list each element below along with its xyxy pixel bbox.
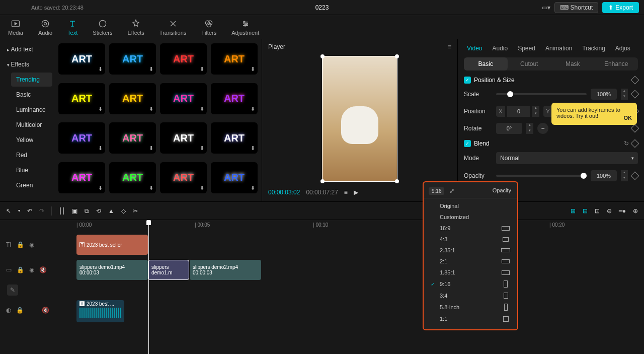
tab-more[interactable]: »: [637, 43, 638, 54]
pos-x-value[interactable]: 0: [507, 106, 530, 117]
download-icon[interactable]: ⬇: [200, 106, 204, 112]
track-head-video[interactable]: ▭🔒◉🔇: [0, 257, 55, 282]
split-tool[interactable]: ⎮⎮: [59, 207, 65, 215]
copy-tool[interactable]: ⧉: [85, 207, 89, 215]
pos-size-toggle[interactable]: ✓: [464, 77, 471, 84]
sidebar-red[interactable]: Red: [11, 148, 52, 162]
pos-x-stepper[interactable]: ▴▾: [532, 106, 539, 117]
nav-filters[interactable]: Filters: [198, 17, 219, 38]
blend-mode-select[interactable]: Normal▾: [496, 152, 638, 164]
zoom-out[interactable]: ⊖: [607, 207, 612, 215]
clip-text[interactable]: 🅃2023 best seller: [76, 235, 148, 255]
effect-thumb[interactable]: ART⬇: [211, 122, 258, 154]
crop2-tool[interactable]: ✂: [133, 207, 138, 215]
eye-icon[interactable]: ◉: [29, 266, 34, 273]
reverse-tool[interactable]: ⟲: [96, 207, 101, 215]
rotate-value[interactable]: 0°: [496, 123, 522, 134]
ratio-option[interactable]: Original: [424, 200, 517, 211]
zoom-fit[interactable]: ⊕: [633, 207, 638, 215]
effect-thumb[interactable]: ART⬇: [58, 162, 105, 193]
blend-keyframe[interactable]: [631, 139, 639, 148]
download-icon[interactable]: ⬇: [200, 66, 204, 73]
opacity-slider[interactable]: [496, 175, 587, 177]
effect-thumb[interactable]: ART⬇: [211, 43, 258, 75]
download-icon[interactable]: ⬇: [149, 106, 153, 112]
sidebar-effects[interactable]: Effects: [2, 57, 52, 72]
tool-a[interactable]: ⊞: [571, 207, 576, 215]
ratio-option[interactable]: ✓9:16: [424, 278, 517, 290]
clip-audio[interactable]: 🅰2023 best ...: [76, 300, 124, 322]
timeline-ruler[interactable]: | 00:00| 00:05| 00:10| 00:15| 00:20: [55, 220, 644, 232]
download-icon[interactable]: ⬇: [98, 185, 103, 191]
nav-media[interactable]: Media: [5, 17, 26, 38]
effect-thumb[interactable]: ART⬇: [160, 43, 207, 75]
download-icon[interactable]: ⬇: [251, 66, 255, 73]
lock-icon[interactable]: 🔒: [16, 307, 24, 314]
effect-thumb[interactable]: ART⬇: [160, 162, 207, 193]
opacity-stepper[interactable]: ▴▾: [621, 170, 628, 181]
tab-video[interactable]: Video: [464, 43, 485, 54]
track-head-audio[interactable]: ◐🔒🔇: [0, 298, 55, 323]
blend-toggle[interactable]: ✓: [464, 140, 471, 147]
layout-icon[interactable]: ▭▾: [542, 4, 550, 11]
nav-effects[interactable]: Effects: [124, 17, 147, 38]
subtab-basic[interactable]: Basic: [464, 57, 508, 70]
download-icon[interactable]: ⬇: [200, 145, 204, 152]
download-icon[interactable]: ⬇: [149, 66, 153, 73]
subtab-cutout[interactable]: Cutout: [508, 57, 551, 70]
clip-video-2[interactable]: slippers demo2.mp4 00:00:03: [190, 260, 261, 280]
scale-value[interactable]: 100%: [591, 89, 617, 100]
scale-keyframe[interactable]: [631, 90, 639, 99]
effect-thumb[interactable]: ART⬇: [58, 122, 105, 154]
nav-audio[interactable]: Audio: [35, 17, 55, 38]
download-icon[interactable]: ⬇: [251, 185, 255, 191]
tab-audio[interactable]: Audio: [489, 43, 511, 54]
tool-b[interactable]: ⊟: [583, 207, 588, 215]
ratio-option[interactable]: 4:3: [424, 234, 517, 245]
player-canvas[interactable]: [262, 54, 457, 183]
crop-tool[interactable]: ▣: [72, 207, 77, 215]
mute-icon[interactable]: 🔇: [42, 307, 49, 314]
sidebar-green[interactable]: Green: [11, 178, 52, 192]
download-icon[interactable]: ⬇: [98, 145, 103, 152]
rotate-tool[interactable]: ◇: [121, 207, 126, 215]
edit-track-icon[interactable]: ✎: [7, 285, 18, 296]
shortcut-button[interactable]: ⌨Shortcut: [554, 2, 599, 13]
cursor-tool-menu[interactable]: ▾: [18, 208, 20, 213]
playhead[interactable]: [148, 220, 149, 354]
subtab-mask[interactable]: Mask: [551, 57, 595, 70]
effect-thumb[interactable]: ART⬇: [160, 122, 207, 154]
cursor-tool[interactable]: ↖: [6, 207, 11, 215]
clip-video-1[interactable]: slippers demo1.mp4 00:00:03: [76, 260, 148, 280]
player-list-icon[interactable]: ≡: [344, 189, 348, 196]
track-head-text[interactable]: TI🔒◉: [0, 232, 55, 257]
scale-slider[interactable]: [496, 93, 587, 95]
rotate-keyframe[interactable]: [631, 124, 639, 133]
nav-transitions[interactable]: Transitions: [156, 17, 189, 38]
effect-thumb[interactable]: ART⬇: [211, 162, 258, 193]
tab-adjust[interactable]: Adjus: [612, 43, 633, 54]
download-icon[interactable]: ⬇: [149, 145, 153, 152]
opacity-keyframe[interactable]: [631, 172, 639, 180]
effect-thumb[interactable]: ART⬇: [160, 83, 207, 114]
clip-video-1b[interactable]: slippers demo1.m: [148, 260, 189, 280]
export-button[interactable]: ⬆Export: [602, 2, 639, 13]
redo-button[interactable]: ↷: [39, 207, 44, 215]
mirror-tool[interactable]: ▲: [108, 207, 114, 215]
nav-stickers[interactable]: Stickers: [90, 17, 115, 38]
pos-keyframe[interactable]: [631, 76, 639, 85]
blend-reset-icon[interactable]: ↻: [624, 140, 629, 147]
nav-text[interactable]: Text: [64, 17, 80, 38]
effect-thumb[interactable]: ART⬇: [211, 83, 258, 114]
effect-thumb[interactable]: ART⬇: [58, 43, 105, 75]
download-icon[interactable]: ⬇: [98, 106, 103, 112]
ratio-option[interactable]: 1:1: [424, 313, 517, 324]
sidebar-basic[interactable]: Basic: [11, 88, 52, 102]
download-icon[interactable]: ⬇: [98, 66, 103, 73]
download-icon[interactable]: ⬇: [251, 106, 255, 112]
ratio-option[interactable]: 1.85:1: [424, 267, 517, 278]
player-menu-icon[interactable]: ≡: [448, 43, 451, 50]
download-icon[interactable]: ⬇: [251, 145, 255, 152]
expand-icon[interactable]: ⤢: [449, 187, 454, 195]
tab-animation[interactable]: Animation: [542, 43, 575, 54]
